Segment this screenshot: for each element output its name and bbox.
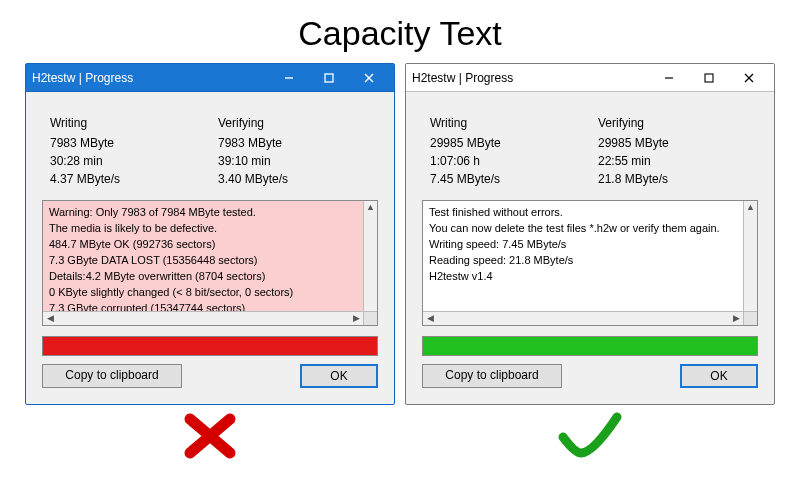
horizontal-scrollbar[interactable]: ◀ ▶ — [43, 311, 363, 325]
svg-rect-1 — [325, 74, 333, 82]
windows-row: H2testw | Progress Writing 7983 MByte 30… — [0, 63, 800, 405]
svg-rect-5 — [705, 74, 713, 82]
verifying-time: 22:55 min — [598, 152, 750, 170]
log-textarea[interactable]: Test finished without errors. You can no… — [422, 200, 758, 326]
minimize-button[interactable] — [270, 68, 308, 88]
log-line: You can now delete the test files *.h2w … — [429, 221, 751, 237]
copy-to-clipboard-button[interactable]: Copy to clipboard — [42, 364, 182, 388]
log-line: H2testw v1.4 — [429, 269, 751, 285]
writing-column: Writing 29985 MByte 1:07:06 h 7.45 MByte… — [422, 108, 590, 194]
stats-panel: Writing 29985 MByte 1:07:06 h 7.45 MByte… — [422, 108, 758, 194]
scroll-up-icon: ▲ — [744, 201, 757, 215]
log-line: 484.7 MByte OK (992736 sectors) — [49, 237, 371, 253]
log-line: 0 KByte slightly changed (< 8 bit/sector… — [49, 285, 371, 301]
titlebar[interactable]: H2testw | Progress — [406, 64, 774, 92]
verifying-time: 39:10 min — [218, 152, 370, 170]
log-line: Reading speed: 21.8 MByte/s — [429, 253, 751, 269]
writing-header: Writing — [50, 114, 202, 132]
verifying-column: Verifying 7983 MByte 39:10 min 3.40 MByt… — [210, 108, 378, 194]
scrollbar-corner — [363, 311, 377, 325]
verifying-speed: 3.40 MByte/s — [218, 170, 370, 188]
progress-bar — [42, 336, 378, 356]
fail-mark — [25, 411, 395, 461]
minimize-icon — [284, 73, 294, 83]
writing-speed: 4.37 MByte/s — [50, 170, 202, 188]
ok-button[interactable]: OK — [300, 364, 378, 388]
maximize-icon — [704, 73, 714, 83]
window-left: H2testw | Progress Writing 7983 MByte 30… — [25, 63, 395, 405]
close-button[interactable] — [730, 68, 768, 88]
window-body: Writing 7983 MByte 30:28 min 4.37 MByte/… — [34, 100, 386, 396]
x-mark-icon — [180, 411, 240, 461]
titlebar[interactable]: H2testw | Progress — [26, 64, 394, 92]
window-title: H2testw | Progress — [32, 71, 268, 85]
log-line: Details:4.2 MByte overwritten (8704 sect… — [49, 269, 371, 285]
verifying-size: 7983 MByte — [218, 134, 370, 152]
verifying-column: Verifying 29985 MByte 22:55 min 21.8 MBy… — [590, 108, 758, 194]
button-row: Copy to clipboard OK — [422, 364, 758, 388]
progress-bar — [422, 336, 758, 356]
ok-button[interactable]: OK — [680, 364, 758, 388]
vertical-scrollbar[interactable]: ▲ — [743, 201, 757, 311]
log-textarea[interactable]: Warning: Only 7983 of 7984 MByte tested.… — [42, 200, 378, 326]
scroll-up-icon: ▲ — [364, 201, 377, 215]
writing-header: Writing — [430, 114, 582, 132]
window-right: H2testw | Progress Writing 29985 MByte 1… — [405, 63, 775, 405]
maximize-button[interactable] — [310, 68, 348, 88]
verifying-header: Verifying — [218, 114, 370, 132]
vertical-scrollbar[interactable]: ▲ — [363, 201, 377, 311]
log-line: Writing speed: 7.45 MByte/s — [429, 237, 751, 253]
window-body: Writing 29985 MByte 1:07:06 h 7.45 MByte… — [414, 100, 766, 396]
button-row: Copy to clipboard OK — [42, 364, 378, 388]
verdict-row — [0, 411, 800, 461]
scroll-right-icon: ▶ — [349, 312, 363, 325]
minimize-icon — [664, 73, 674, 83]
close-button[interactable] — [350, 68, 388, 88]
verifying-header: Verifying — [598, 114, 750, 132]
writing-size: 29985 MByte — [430, 134, 582, 152]
window-title: H2testw | Progress — [412, 71, 648, 85]
close-icon — [364, 73, 374, 83]
maximize-button[interactable] — [690, 68, 728, 88]
pass-mark — [405, 411, 775, 461]
writing-speed: 7.45 MByte/s — [430, 170, 582, 188]
minimize-button[interactable] — [650, 68, 688, 88]
page-title: Capacity Text — [0, 0, 800, 63]
writing-size: 7983 MByte — [50, 134, 202, 152]
writing-column: Writing 7983 MByte 30:28 min 4.37 MByte/… — [42, 108, 210, 194]
log-line: Warning: Only 7983 of 7984 MByte tested. — [49, 205, 371, 221]
verifying-speed: 21.8 MByte/s — [598, 170, 750, 188]
scroll-left-icon: ◀ — [43, 312, 57, 325]
scrollbar-corner — [743, 311, 757, 325]
stats-panel: Writing 7983 MByte 30:28 min 4.37 MByte/… — [42, 108, 378, 194]
verifying-size: 29985 MByte — [598, 134, 750, 152]
writing-time: 1:07:06 h — [430, 152, 582, 170]
writing-time: 30:28 min — [50, 152, 202, 170]
maximize-icon — [324, 73, 334, 83]
log-line: The media is likely to be defective. — [49, 221, 371, 237]
scroll-right-icon: ▶ — [729, 312, 743, 325]
close-icon — [744, 73, 754, 83]
copy-to-clipboard-button[interactable]: Copy to clipboard — [422, 364, 562, 388]
log-line: Test finished without errors. — [429, 205, 751, 221]
horizontal-scrollbar[interactable]: ◀ ▶ — [423, 311, 743, 325]
check-mark-icon — [555, 411, 625, 461]
log-line: 7.3 GByte DATA LOST (15356448 sectors) — [49, 253, 371, 269]
scroll-left-icon: ◀ — [423, 312, 437, 325]
